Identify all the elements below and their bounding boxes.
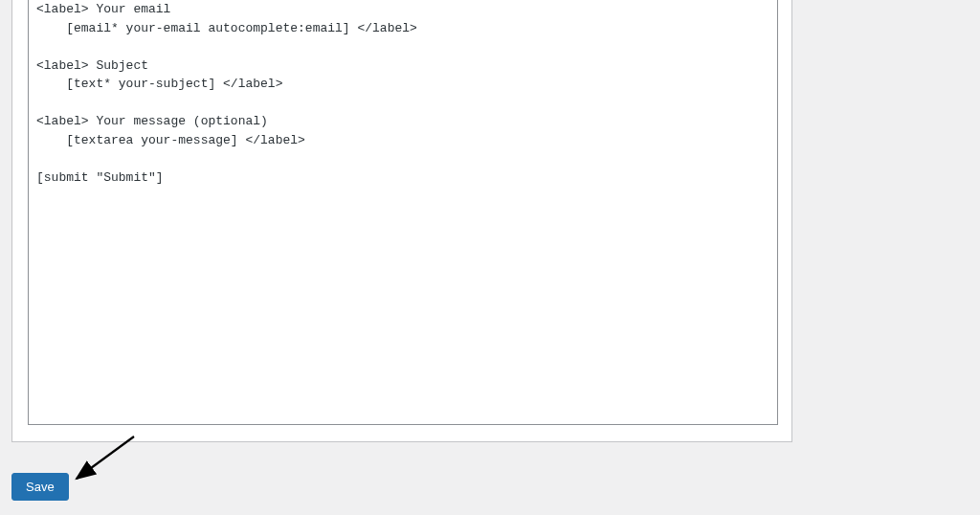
form-template-editor[interactable]	[28, 0, 778, 425]
save-button[interactable]: Save	[11, 473, 69, 501]
svg-line-1	[77, 437, 134, 479]
form-editor-panel	[11, 0, 792, 442]
